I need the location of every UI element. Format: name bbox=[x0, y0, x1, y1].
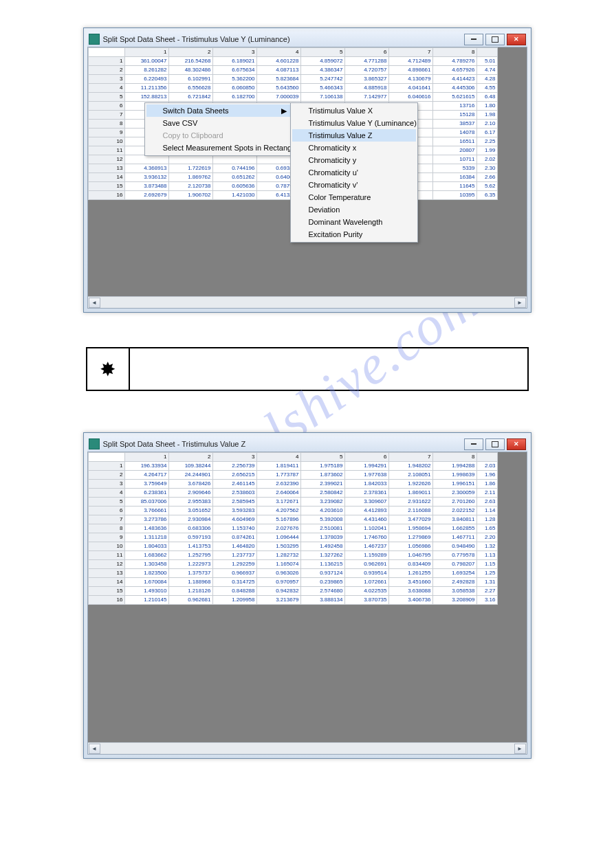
cell[interactable]: 4.74 bbox=[476, 66, 497, 75]
cell[interactable]: 6.48 bbox=[476, 93, 497, 102]
cell[interactable]: 1.922626 bbox=[388, 480, 432, 489]
cell[interactable]: 6.721842 bbox=[168, 93, 212, 102]
cell[interactable]: 7.106138 bbox=[300, 93, 344, 102]
cell[interactable]: 15128 bbox=[432, 111, 476, 120]
cell[interactable]: 3.593283 bbox=[212, 507, 256, 515]
cell[interactable]: 2.022152 bbox=[432, 507, 476, 515]
column-header[interactable] bbox=[476, 453, 497, 462]
row-header[interactable]: 6 bbox=[88, 507, 124, 515]
cell[interactable]: 2.300059 bbox=[432, 489, 476, 498]
cell[interactable]: 1.056986 bbox=[388, 542, 432, 551]
cell[interactable]: 1.483636 bbox=[124, 524, 168, 533]
cell[interactable]: 361.00047 bbox=[124, 57, 168, 66]
cell[interactable]: 4.720757 bbox=[344, 66, 388, 75]
cell[interactable]: 8.261282 bbox=[124, 66, 168, 75]
maximize-button[interactable] bbox=[485, 34, 505, 45]
column-header[interactable]: 7 bbox=[388, 48, 432, 57]
cell[interactable]: 5.247742 bbox=[300, 75, 344, 84]
column-header[interactable]: 8 bbox=[432, 48, 476, 57]
cell[interactable]: 5.62 bbox=[476, 182, 497, 191]
cell[interactable]: 0.779578 bbox=[432, 551, 476, 560]
cell[interactable]: 1.467711 bbox=[432, 533, 476, 542]
cell[interactable]: 1.670084 bbox=[124, 578, 168, 587]
cell[interactable]: 1.159289 bbox=[344, 551, 388, 560]
cell[interactable]: 3.766661 bbox=[124, 507, 168, 515]
cell[interactable]: 4.203610 bbox=[300, 507, 344, 515]
cell[interactable]: 0.942832 bbox=[256, 587, 300, 596]
cell[interactable]: 2.20 bbox=[476, 533, 497, 542]
row-header[interactable]: 16 bbox=[88, 596, 124, 605]
cell[interactable]: 2.120738 bbox=[168, 182, 212, 191]
cell[interactable]: 2.108051 bbox=[388, 471, 432, 480]
cell[interactable]: 5.823684 bbox=[256, 75, 300, 84]
cell[interactable]: 2.03 bbox=[476, 462, 497, 471]
cell[interactable]: 0.798207 bbox=[432, 560, 476, 569]
cell[interactable]: 0.970957 bbox=[256, 578, 300, 587]
cell[interactable]: 85.037006 bbox=[124, 498, 168, 507]
cell[interactable]: 1.14 bbox=[476, 507, 497, 515]
cell[interactable]: 2.930984 bbox=[168, 515, 212, 524]
cell[interactable]: 0.744196 bbox=[212, 164, 256, 173]
cell[interactable]: 1.279869 bbox=[388, 533, 432, 542]
cell[interactable]: 2.538603 bbox=[212, 489, 256, 498]
cell[interactable]: 1.292259 bbox=[212, 560, 256, 569]
row-header[interactable]: 10 bbox=[88, 542, 124, 551]
cell[interactable]: 4.386347 bbox=[300, 66, 344, 75]
cell[interactable]: 2.27 bbox=[476, 587, 497, 596]
column-header[interactable]: 1 bbox=[124, 48, 168, 57]
cell[interactable]: 2.640064 bbox=[256, 489, 300, 498]
cell[interactable]: 4.368913 bbox=[124, 164, 168, 173]
column-header[interactable]: 7 bbox=[388, 453, 432, 462]
cell[interactable]: 1.994288 bbox=[432, 462, 476, 471]
cell[interactable]: 1.873602 bbox=[300, 471, 344, 480]
cell[interactable]: 3.865327 bbox=[344, 75, 388, 84]
cell[interactable]: 3.451660 bbox=[388, 578, 432, 587]
column-header[interactable]: 1 bbox=[124, 453, 168, 462]
cell[interactable]: 3.759649 bbox=[124, 480, 168, 489]
cell[interactable]: 6.220493 bbox=[124, 75, 168, 84]
cell[interactable]: 3.638088 bbox=[388, 587, 432, 596]
cell[interactable]: 1.683662 bbox=[124, 551, 168, 560]
column-header[interactable]: 4 bbox=[256, 453, 300, 462]
cell[interactable]: 4.412893 bbox=[344, 507, 388, 515]
submenu-item[interactable]: Chromaticity u' bbox=[292, 166, 416, 179]
cell[interactable]: 2.692679 bbox=[124, 191, 168, 200]
cell[interactable]: 109.38244 bbox=[168, 462, 212, 471]
row-header[interactable]: 4 bbox=[88, 489, 124, 498]
cell[interactable]: 0.966937 bbox=[212, 569, 256, 578]
cell[interactable]: 1.15 bbox=[476, 560, 497, 569]
context-menu[interactable]: Switch Data Sheets▶Save CSVCopy to Clipb… bbox=[144, 102, 293, 156]
cell[interactable]: 1.869011 bbox=[388, 489, 432, 498]
row-header[interactable]: 11 bbox=[88, 146, 124, 155]
column-header[interactable]: 5 bbox=[300, 48, 344, 57]
cell[interactable]: 3.16 bbox=[476, 596, 497, 605]
cell[interactable]: 4.28 bbox=[476, 75, 497, 84]
cell[interactable]: 6.17 bbox=[476, 129, 497, 137]
cell[interactable]: 6.238361 bbox=[124, 489, 168, 498]
cell[interactable]: 4.771288 bbox=[344, 57, 388, 66]
cell[interactable]: 2.10 bbox=[476, 120, 497, 129]
cell[interactable]: 1.958694 bbox=[388, 524, 432, 533]
cell[interactable]: 7.000039 bbox=[256, 93, 300, 102]
row-header[interactable]: 6 bbox=[88, 102, 124, 111]
cell[interactable]: 1.237737 bbox=[212, 551, 256, 560]
cell[interactable]: 3.873488 bbox=[124, 182, 168, 191]
cell[interactable]: 6.189021 bbox=[212, 57, 256, 66]
cell[interactable]: 2.63 bbox=[476, 498, 497, 507]
cell[interactable]: 4.712489 bbox=[388, 57, 432, 66]
row-header[interactable]: 2 bbox=[88, 66, 124, 75]
row-header[interactable]: 10 bbox=[88, 137, 124, 146]
cell[interactable]: 24.244901 bbox=[168, 471, 212, 480]
cell[interactable]: 6.35 bbox=[476, 191, 497, 200]
close-button[interactable]: ✕ bbox=[507, 34, 526, 45]
cell[interactable]: 3.213679 bbox=[256, 596, 300, 605]
cell[interactable]: 4.601228 bbox=[256, 57, 300, 66]
horizontal-scrollbar[interactable]: ◄ ► bbox=[88, 742, 527, 754]
cell[interactable]: 1.746760 bbox=[344, 533, 388, 542]
cell[interactable]: 1.869762 bbox=[168, 173, 212, 182]
cell[interactable]: 1.948202 bbox=[388, 462, 432, 471]
column-header[interactable]: 2 bbox=[168, 48, 212, 57]
cell[interactable]: 1.413753 bbox=[168, 542, 212, 551]
context-menu-item[interactable]: Save CSV bbox=[146, 117, 291, 129]
row-header[interactable]: 3 bbox=[88, 75, 124, 84]
